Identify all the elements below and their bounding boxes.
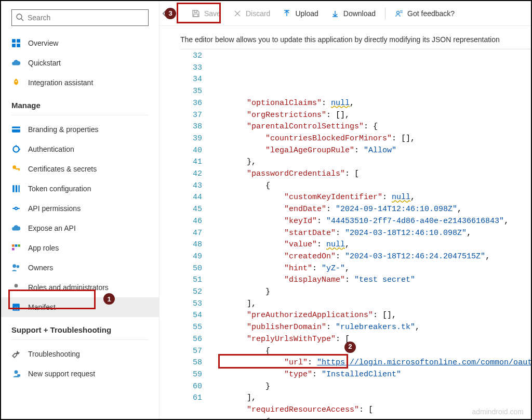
wrench-icon [11, 349, 21, 359]
svg-rect-17 [12, 244, 15, 247]
line-gutter: 3233343536373839404142434445464748495051… [180, 49, 209, 419]
nav-label: Token configuration [28, 185, 91, 193]
nav-label: Authentication [28, 145, 74, 153]
feedback-label: Got feedback? [407, 9, 455, 18]
nav-label: Certificates & secrets [28, 165, 97, 173]
download-button[interactable]: Download [325, 4, 382, 23]
svg-rect-13 [12, 185, 14, 192]
upload-label: Upload [295, 9, 318, 18]
token-icon [11, 184, 21, 193]
card-icon [11, 125, 21, 134]
feedback-icon [395, 9, 403, 18]
discard-label: Discard [246, 9, 270, 18]
nav-item-app-roles[interactable]: App roles [1, 238, 159, 258]
svg-rect-2 [12, 39, 16, 43]
svg-rect-19 [18, 244, 20, 247]
svg-rect-18 [15, 244, 18, 247]
svg-point-16 [15, 207, 18, 210]
separator [385, 8, 385, 19]
nav-item-quickstart[interactable]: Quickstart [1, 53, 159, 73]
svg-point-23 [15, 284, 18, 287]
upload-icon [283, 9, 291, 18]
manage-header: Manage [1, 96, 159, 114]
key-icon [11, 164, 21, 174]
nav-label: New support request [28, 370, 95, 378]
svg-point-0 [17, 14, 22, 19]
nav-item-troubleshooting[interactable]: Troubleshooting [1, 344, 159, 364]
nav-label: Integration assistant [28, 78, 93, 87]
svg-rect-4 [12, 44, 16, 47]
save-button[interactable]: Save [185, 4, 227, 23]
rocket-icon [11, 78, 21, 87]
download-icon [331, 9, 339, 18]
watermark: admindroid.com [472, 408, 524, 416]
nav-item-token-configuration[interactable]: Token configuration [1, 179, 159, 199]
nav-label: App roles [28, 244, 59, 252]
divider [11, 115, 149, 115]
search-input[interactable] [11, 9, 149, 26]
collapse-sidebar-button[interactable] [159, 10, 171, 17]
save-icon [192, 9, 200, 18]
discard-button[interactable]: Discard [227, 4, 276, 23]
nav-label: Branding & properties [28, 125, 98, 134]
nav-item-branding-properties[interactable]: Branding & properties [1, 120, 159, 139]
json-editor[interactable]: 3233343536373839404142434445464748495051… [180, 49, 531, 419]
upload-button[interactable]: Upload [276, 4, 324, 23]
toolbar: 3 Save Discard Upload Download Got feedb… [159, 1, 531, 26]
expose-icon [11, 224, 21, 233]
nav-item-roles-and-administrators[interactable]: Roles and administrators [1, 278, 159, 297]
support-icon [11, 369, 21, 378]
code-area[interactable]: 2 "optionalClaims": null, "orgRestrictio… [209, 49, 531, 419]
nav-label: Quickstart [28, 59, 61, 67]
svg-rect-12 [19, 168, 20, 171]
svg-rect-27 [17, 374, 20, 377]
svg-rect-14 [16, 185, 17, 192]
nav-item-certificates-secrets[interactable]: Certificates & secrets [1, 159, 159, 179]
api-icon [11, 204, 21, 213]
manifest-icon: {} [11, 303, 21, 312]
search-wrap [1, 5, 159, 31]
owners-icon [11, 263, 21, 272]
description-text: The editor below allows you to update th… [159, 26, 531, 49]
search-icon [16, 13, 24, 21]
nav-label: Manifest [28, 303, 56, 311]
nav-label: Roles and administrators [28, 283, 109, 292]
svg-point-35 [397, 11, 400, 14]
svg-text:{}: {} [14, 306, 19, 311]
svg-rect-3 [17, 39, 20, 43]
auth-icon [11, 145, 21, 154]
roles-icon [11, 243, 21, 253]
nav-item-manifest[interactable]: {}Manifest [1, 297, 159, 317]
cloud-icon [11, 58, 21, 68]
discard-icon [233, 9, 242, 18]
nav-item-api-permissions[interactable]: API permissions [1, 199, 159, 218]
svg-point-9 [13, 146, 19, 152]
svg-point-22 [17, 265, 20, 268]
svg-line-1 [21, 19, 23, 21]
nav-item-integration-assistant[interactable]: Integration assistant [1, 73, 159, 93]
svg-rect-28 [194, 14, 198, 17]
nav-label: Owners [28, 264, 53, 272]
nav-item-owners[interactable]: Owners [1, 258, 159, 278]
download-label: Download [343, 9, 376, 18]
svg-rect-15 [19, 185, 20, 192]
divider [11, 339, 149, 340]
support-header: Support + Troubleshooting [1, 320, 159, 338]
svg-point-6 [16, 81, 17, 82]
nav-label: Overview [28, 39, 58, 47]
admin-icon [11, 283, 21, 292]
nav-item-overview[interactable]: Overview [1, 33, 159, 53]
nav-item-new-support-request[interactable]: New support request [1, 364, 159, 384]
nav-label: Troubleshooting [28, 350, 80, 358]
main: 3 Save Discard Upload Download Got feedb… [159, 1, 531, 419]
nav-item-expose-an-api[interactable]: Expose an API [1, 218, 159, 238]
nav-label: Expose an API [28, 224, 76, 232]
save-label: Save [204, 9, 221, 18]
feedback-button[interactable]: Got feedback? [389, 4, 461, 23]
nav-item-authentication[interactable]: Authentication [1, 139, 159, 159]
nav-label: API permissions [28, 204, 81, 213]
grid-icon [11, 38, 21, 48]
sidebar: OverviewQuickstartIntegration assistant … [1, 1, 159, 419]
svg-rect-5 [17, 44, 20, 47]
svg-point-26 [15, 370, 18, 374]
